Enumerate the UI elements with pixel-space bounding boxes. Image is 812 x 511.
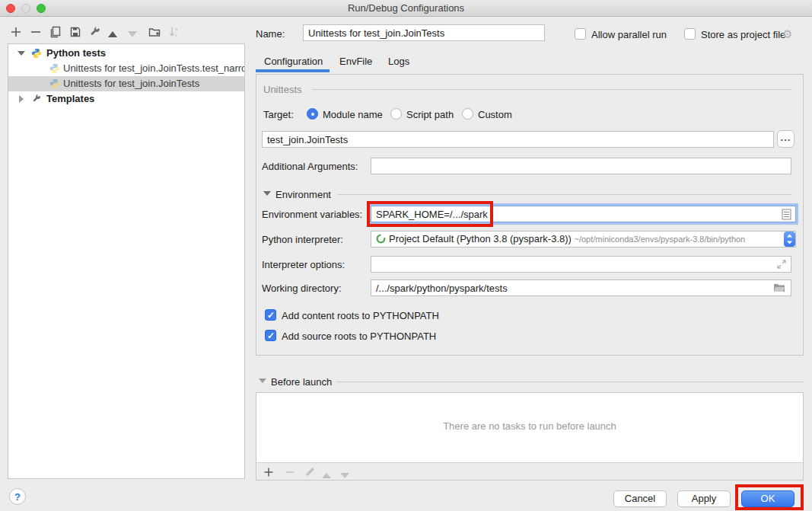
gear-icon[interactable]: ⚙ [782,27,792,41]
name-label: Name: [256,28,285,40]
environment-collapse-icon[interactable] [263,191,271,196]
tab-envfile[interactable]: EnvFile [339,53,372,70]
working-directory-label: Working directory: [262,283,342,294]
tree-item-label: Unittests for test_join.JoinTests [63,76,199,91]
before-launch-empty-text: There are no tasks to run before launch [256,420,803,432]
python-interpreter-value: Project Default (Python 3.8 (pyspark-3.8… [389,233,572,244]
move-task-down-icon[interactable] [340,469,352,481]
allow-parallel-run-checkbox[interactable] [575,28,586,40]
store-as-project-file-label: Store as project file [701,29,785,40]
add-source-roots-checkbox[interactable] [265,330,276,341]
interpreter-options-input[interactable] [371,256,791,273]
add-content-roots-checkbox[interactable] [265,309,276,321]
conda-env-icon [376,234,386,244]
python-interpreter-label: Python interpreter: [262,234,343,245]
new-folder-icon[interactable] [148,25,161,39]
target-module-name-label: Module name [323,109,383,120]
allow-parallel-run-label: Allow parallel run [591,29,667,40]
python-icon [49,63,60,74]
python-icon [49,78,60,89]
additional-arguments-input[interactable] [371,158,791,174]
python-icon [31,48,42,59]
unittests-section-line [312,89,791,90]
chevron-right-icon[interactable] [19,95,24,103]
run-debug-configurations-dialog: Run/Debug Configurations az Python tests [0,0,812,511]
add-task-icon[interactable] [263,466,275,478]
move-down-icon[interactable] [128,28,142,42]
sort-alphabetically-icon[interactable]: az [167,25,181,39]
environment-variables-input[interactable] [371,206,796,222]
configurations-tree: Python tests Unittests for test_join.Joi… [8,43,245,479]
target-script-path-label: Script path [406,109,454,120]
tree-item-unittest-jointests-selected[interactable]: Unittests for test_join.JoinTests [8,76,244,91]
target-module-name-radio[interactable] [307,108,318,120]
tree-item-label: Templates [46,91,94,107]
tree-item-templates[interactable]: Templates [8,91,244,107]
svg-text:a: a [175,27,178,31]
environment-section-label: Environment [275,189,331,200]
interpreter-options-label: Interpreter options: [262,259,345,270]
tree-item-label: Unittests for test_join.JoinTests.test_n… [63,61,244,76]
tree-item-label: Python tests [46,46,106,61]
window-title: Run/Debug Configurations [0,2,812,14]
add-content-roots-label: Add content roots to PYTHONPATH [282,310,439,321]
module-name-input[interactable] [262,131,774,148]
environment-variables-label: Environment variables: [262,209,362,220]
help-button[interactable]: ? [9,488,26,505]
additional-arguments-label: Additional Arguments: [262,161,358,172]
name-input[interactable] [303,24,545,41]
chevron-down-icon[interactable] [18,51,25,56]
before-launch-section-line [336,382,804,382]
unittests-section-label: Unittests [263,84,302,95]
expand-icon[interactable] [776,259,787,270]
store-as-project-file-checkbox[interactable] [684,28,696,40]
target-custom-radio[interactable] [462,108,473,120]
ok-button[interactable]: OK [741,490,794,507]
browse-module-button[interactable]: ... [777,130,794,148]
add-configuration-icon[interactable] [9,25,23,39]
move-task-up-icon[interactable] [322,469,334,481]
add-source-roots-label: Add source roots to PYTHONPATH [282,331,436,342]
move-up-icon[interactable] [108,28,122,42]
combo-stepper[interactable] [784,232,795,247]
remove-task-icon[interactable] [284,466,296,478]
tab-logs[interactable]: Logs [388,53,409,70]
before-launch-collapse-icon[interactable] [259,378,266,383]
target-script-path-radio[interactable] [390,108,402,120]
python-interpreter-path: ~/opt/miniconda3/envs/pyspark-3.8/bin/py… [575,235,746,244]
target-custom-label: Custom [478,109,512,120]
wrench-icon [31,94,42,104]
environment-section-line [338,194,791,195]
python-interpreter-select[interactable]: Project Default (Python 3.8 (pyspark-3.8… [371,231,796,248]
before-launch-task-list[interactable]: There are no tasks to run before launch [256,393,803,463]
tree-item-unittest-narrow[interactable]: Unittests for test_join.JoinTests.test_n… [8,61,244,76]
svg-text:z: z [175,33,177,37]
tree-item-python-tests[interactable]: Python tests [8,46,244,61]
target-label: Target: [263,109,294,120]
copy-configuration-icon[interactable] [49,25,62,39]
apply-button[interactable]: Apply [677,490,731,507]
before-launch-section-label: Before launch [271,376,332,388]
env-vars-editor-icon[interactable] [782,209,791,220]
tab-configuration[interactable]: Configuration [264,53,323,70]
before-launch-panel: There are no tasks to run before launch [256,392,804,481]
remove-configuration-icon[interactable] [29,25,43,39]
edit-task-pencil-icon[interactable] [304,466,316,478]
working-directory-input[interactable] [371,279,791,296]
title-bar: Run/Debug Configurations [0,0,812,17]
edit-templates-wrench-icon[interactable] [88,25,102,39]
save-configuration-icon[interactable] [68,25,82,39]
folder-icon[interactable] [773,283,785,293]
active-tab-indicator [256,69,330,72]
cancel-button[interactable]: Cancel [613,490,667,507]
